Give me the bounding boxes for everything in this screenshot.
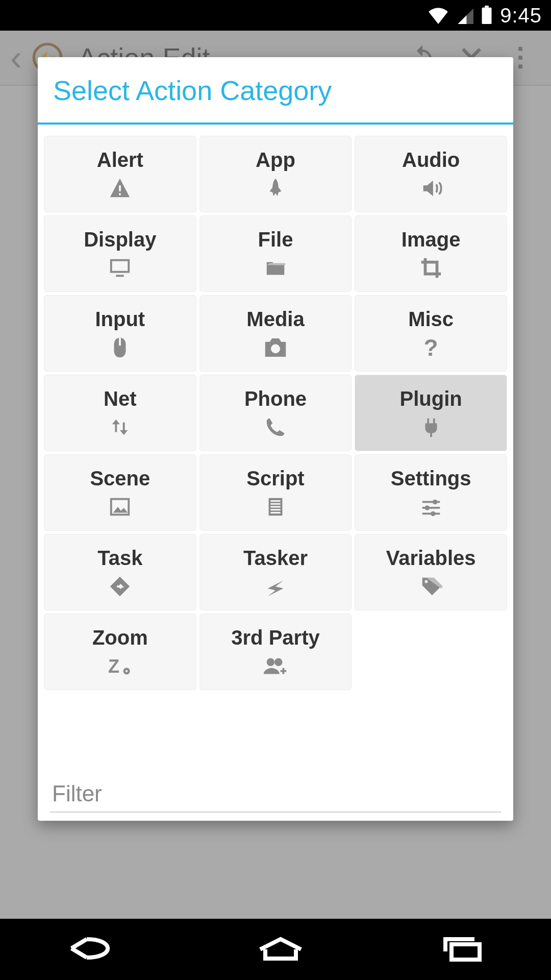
svg-rect-10 [119, 337, 121, 345]
plug-icon [419, 415, 443, 439]
category-label: Settings [391, 467, 471, 490]
camera-icon [262, 336, 289, 359]
nav-home-button[interactable] [253, 933, 309, 966]
category-label: Tasker [243, 547, 308, 570]
category-label: Variables [386, 547, 476, 570]
category-misc[interactable]: Misc ? [355, 295, 507, 372]
svg-point-20 [126, 670, 128, 672]
svg-rect-6 [119, 185, 121, 191]
alert-icon [108, 177, 132, 200]
zoom-icon: Z [108, 654, 132, 678]
select-action-category-dialog: Select Action Category Alert App Audio D… [38, 57, 513, 821]
filter-row [38, 773, 513, 821]
category-label: Display [84, 228, 156, 251]
category-input[interactable]: Input [44, 295, 196, 372]
category-3rd-party[interactable]: 3rd Party [199, 614, 352, 690]
category-alert[interactable]: Alert [44, 136, 196, 212]
category-net[interactable]: Net [44, 375, 196, 451]
category-label: Image [402, 228, 461, 251]
group-add-icon [262, 654, 289, 678]
script-icon [264, 495, 287, 519]
android-navbar [0, 919, 551, 980]
category-label: Script [246, 467, 304, 490]
category-zoom[interactable]: Zoom Z [44, 614, 196, 690]
sliders-icon [419, 495, 443, 519]
battery-icon [481, 6, 493, 25]
svg-point-11 [271, 344, 280, 353]
status-clock: 9:45 [500, 4, 542, 27]
category-label: App [256, 149, 295, 172]
category-tasker[interactable]: Tasker [199, 534, 352, 610]
category-label: Alert [97, 149, 143, 172]
svg-text:Z: Z [108, 656, 119, 677]
category-script[interactable]: Script [199, 454, 352, 531]
svg-point-22 [274, 658, 282, 666]
category-audio[interactable]: Audio [355, 136, 507, 212]
nav-back-button[interactable] [64, 933, 125, 966]
monitor-icon [108, 256, 132, 280]
question-icon: ? [424, 336, 438, 359]
category-label: Scene [90, 467, 150, 490]
category-label: Plugin [400, 387, 462, 410]
category-label: Audio [402, 149, 460, 172]
crop-icon [419, 256, 443, 280]
svg-point-17 [424, 580, 428, 583]
category-label: Input [95, 308, 145, 331]
nav-recent-button[interactable] [436, 933, 487, 966]
category-media[interactable]: Media [199, 295, 352, 372]
svg-rect-0 [482, 8, 492, 24]
dialog-title: Select Action Category [38, 57, 513, 125]
svg-rect-23 [452, 944, 480, 960]
category-grid: Alert App Audio Display File Image [38, 132, 513, 773]
category-label: Task [97, 547, 142, 570]
svg-point-16 [431, 511, 436, 516]
wifi-icon [428, 7, 449, 24]
category-scene[interactable]: Scene [44, 454, 196, 531]
category-label: 3rd Party [231, 626, 319, 649]
category-settings[interactable]: Settings [355, 454, 507, 531]
category-plugin[interactable]: Plugin [355, 375, 507, 451]
speaker-icon [419, 177, 443, 200]
svg-rect-1 [485, 6, 489, 8]
category-label: Misc [408, 308, 454, 331]
category-label: Media [246, 308, 304, 331]
picture-icon [108, 495, 132, 519]
category-file[interactable]: File [199, 215, 352, 292]
phone-icon [264, 415, 287, 439]
category-phone[interactable]: Phone [199, 375, 352, 451]
category-image[interactable]: Image [355, 215, 507, 292]
filter-input[interactable] [50, 773, 501, 813]
category-display[interactable]: Display [44, 215, 196, 292]
statusbar: 9:45 [0, 0, 551, 31]
cell-signal-icon [456, 7, 473, 24]
category-app[interactable]: App [199, 136, 352, 212]
svg-rect-9 [116, 275, 124, 277]
svg-point-15 [424, 505, 430, 510]
svg-rect-7 [119, 193, 121, 195]
directions-icon [108, 575, 132, 598]
svg-point-21 [267, 658, 274, 666]
rocket-icon [264, 177, 287, 200]
tags-icon [419, 575, 443, 598]
folder-icon [264, 256, 287, 280]
mouse-icon [108, 336, 132, 359]
category-label: File [258, 228, 293, 251]
category-label: Phone [244, 387, 307, 410]
category-task[interactable]: Task [44, 534, 196, 610]
updown-icon [108, 415, 132, 439]
category-variables[interactable]: Variables [355, 534, 507, 610]
category-label: Net [104, 387, 136, 410]
svg-point-14 [433, 499, 438, 504]
bolt-icon [264, 575, 287, 598]
category-label: Zoom [92, 626, 148, 649]
svg-rect-8 [111, 260, 129, 272]
